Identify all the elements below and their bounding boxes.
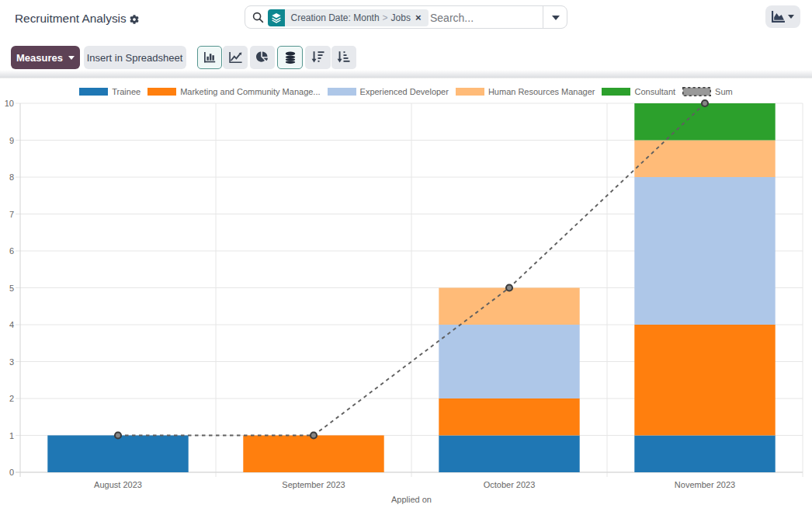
svg-text:10: 10 bbox=[5, 99, 14, 108]
svg-text:7: 7 bbox=[9, 210, 14, 219]
svg-text:2: 2 bbox=[9, 394, 14, 403]
svg-text:8: 8 bbox=[9, 172, 14, 182]
svg-text:6: 6 bbox=[9, 246, 14, 256]
svg-text:October 2023: October 2023 bbox=[484, 480, 536, 489]
svg-text:Applied on: Applied on bbox=[391, 495, 432, 504]
svg-text:5: 5 bbox=[9, 284, 14, 293]
svg-text:0: 0 bbox=[9, 468, 14, 477]
svg-text:4: 4 bbox=[9, 320, 14, 329]
svg-text:August 2023: August 2023 bbox=[94, 480, 142, 489]
svg-text:September 2023: September 2023 bbox=[282, 480, 345, 489]
svg-text:9: 9 bbox=[9, 136, 14, 145]
svg-text:3: 3 bbox=[9, 357, 14, 367]
svg-text:1: 1 bbox=[9, 431, 14, 440]
svg-text:November 2023: November 2023 bbox=[675, 480, 735, 489]
